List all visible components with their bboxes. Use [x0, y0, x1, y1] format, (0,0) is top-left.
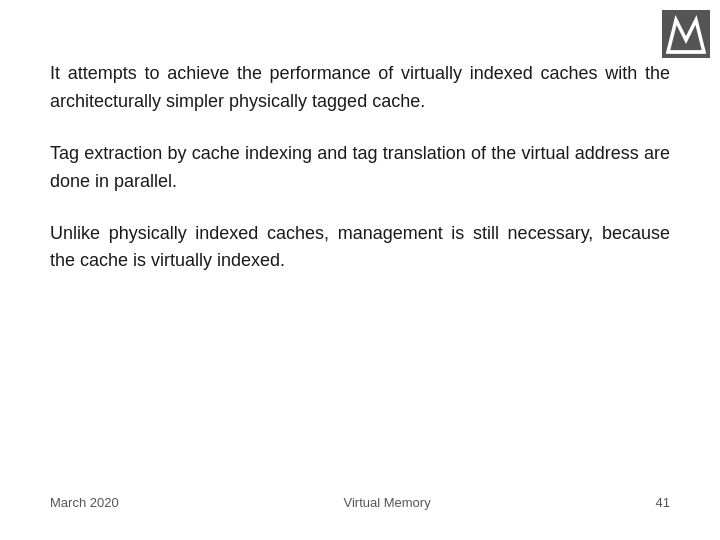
logo — [662, 10, 710, 58]
paragraph-2: Tag extraction by cache indexing and tag… — [50, 140, 670, 196]
footer-date: March 2020 — [50, 495, 119, 510]
university-logo-icon — [662, 10, 710, 58]
content-area: It attempts to achieve the performance o… — [50, 30, 670, 485]
paragraph-1: It attempts to achieve the performance o… — [50, 60, 670, 116]
paragraph-3: Unlike physically indexed caches, manage… — [50, 220, 670, 276]
slide-footer: March 2020 Virtual Memory 41 — [50, 485, 670, 510]
slide-container: It attempts to achieve the performance o… — [0, 0, 720, 540]
footer-page-number: 41 — [656, 495, 670, 510]
footer-title: Virtual Memory — [344, 495, 431, 510]
